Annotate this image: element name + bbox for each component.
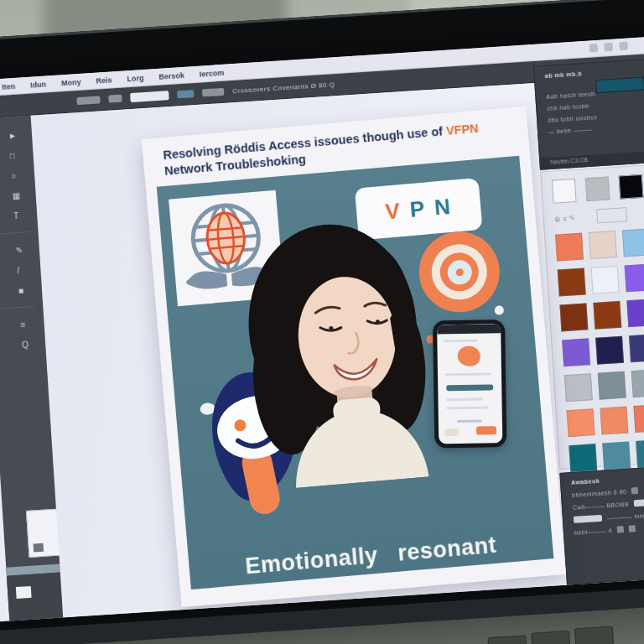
swatch[interactable] [567,408,595,437]
swatch-search-box[interactable] [597,207,628,223]
menubar-icons [589,42,628,53]
option-field[interactable] [130,91,169,102]
swatch-none[interactable] [552,179,577,204]
shape-tool-icon: ■ [18,285,24,294]
menu-item[interactable]: Iercom [199,68,224,78]
swatch[interactable] [625,263,644,292]
phone-orange-blob [457,346,480,366]
swatch[interactable] [598,371,626,400]
window-icon[interactable] [589,44,598,53]
value-field[interactable] [574,515,602,523]
swatch[interactable] [562,338,590,366]
target-ring [429,242,489,302]
document-info-label: Crossovers Covenants Ø 80 Q [232,80,335,95]
swatch[interactable] [555,233,584,262]
phone-progress-bar [446,384,493,391]
type-tool-icon: T [13,210,19,220]
swatch-grid [555,218,644,472]
swatch[interactable] [633,404,644,433]
swatch[interactable] [591,266,620,294]
menu-item[interactable]: Lorg [127,73,144,82]
swatches-panel: ⊕ ≡ ✎ [540,154,644,470]
character-panel: Awabeok bbbemmaesb 8 80 Cwb——— BBOBB ———… [559,455,644,584]
menu-item[interactable]: Iten [2,81,16,91]
swatch[interactable] [600,407,628,435]
swatch[interactable] [558,268,586,297]
menu-item[interactable]: Reis [96,75,112,85]
pen-tool-icon: ✎ [16,245,23,255]
target-center-dot [455,267,464,276]
menu-item[interactable]: Idun [30,80,47,89]
swatch[interactable] [602,442,631,470]
tool-preset-button[interactable] [76,96,101,105]
option-toggle[interactable] [177,90,195,98]
poster-title-accent: VFPN [445,122,479,138]
phone-cta-button [476,426,496,434]
swatch[interactable] [569,444,597,472]
marquee-tool-icon: □ [9,151,15,160]
swatch[interactable] [559,303,588,331]
menu-item[interactable]: Mony [61,77,81,86]
layer-thumb [16,586,32,599]
shape-tool[interactable]: ■ [0,278,43,302]
zoom-tool-icon: Q [22,340,29,349]
line-tool-icon: / [17,265,19,274]
phone-statusbar [437,324,501,334]
panel-row[interactable]: bebt——— 4 [574,527,612,536]
swatch-header-row [552,164,644,204]
layers-subpanel[interactable] [7,573,64,626]
panel-row[interactable]: ———— mmmm [607,512,644,521]
swatch[interactable] [595,336,624,365]
panel-row[interactable]: Cwb——— BBOBB [573,501,629,510]
grid-icon[interactable] [604,43,613,52]
swatch[interactable] [564,373,593,402]
swatch[interactable] [631,369,644,397]
option-toggle[interactable] [202,88,225,97]
properties-panel: ab mb mb.b Aab hatch teeob. chb hab tcob… [533,49,644,169]
swatch[interactable] [622,228,644,257]
target-ring [446,259,472,285]
hand-tool-icon: ≡ [20,319,26,329]
move-tool-icon: ► [8,130,18,140]
swatch[interactable] [626,299,644,327]
swatch[interactable] [629,334,644,362]
target-ring [439,251,480,293]
swatch[interactable] [636,439,644,468]
keyboard-key[interactable] [531,631,570,644]
lasso-tool-icon: ○ [11,171,17,180]
woman-portrait[interactable] [229,194,452,491]
stepper-button[interactable] [629,525,636,532]
vpn-letter-n: N [434,193,461,221]
laptop-screen: Iten Idun Mony Reis Lorg Bersok Iercom C… [0,28,644,629]
zoom-tool[interactable]: Q [0,333,46,356]
swatch-black[interactable] [619,174,644,200]
swatch-gray[interactable] [585,176,610,201]
value-field[interactable] [634,498,644,506]
swatch[interactable] [593,301,621,330]
poster-artwork[interactable]: Resolving Röddis Access issoues though u… [142,106,566,607]
swatch-options-icons[interactable]: ⊕ ≡ ✎ [553,214,575,224]
photo-of-laptop: Iten Idun Mony Reis Lorg Bersok Iercom C… [0,0,644,644]
crop-tool-icon: ▦ [12,190,20,200]
panel-row[interactable]: bbbemmaesb 8 80 [572,488,627,497]
keyboard-key[interactable] [574,626,614,644]
option-toggle[interactable] [108,95,122,103]
type-tool[interactable]: T [0,205,38,228]
swatch[interactable] [589,231,617,259]
thumbnail-shape [34,543,44,553]
stepper-button[interactable] [617,526,624,532]
panel-icon[interactable] [619,42,628,51]
stepper-button[interactable] [631,487,638,494]
keyboard-key[interactable] [487,635,527,644]
menu-item[interactable]: Bersok [158,70,184,80]
woman-portrait-image [229,194,452,491]
